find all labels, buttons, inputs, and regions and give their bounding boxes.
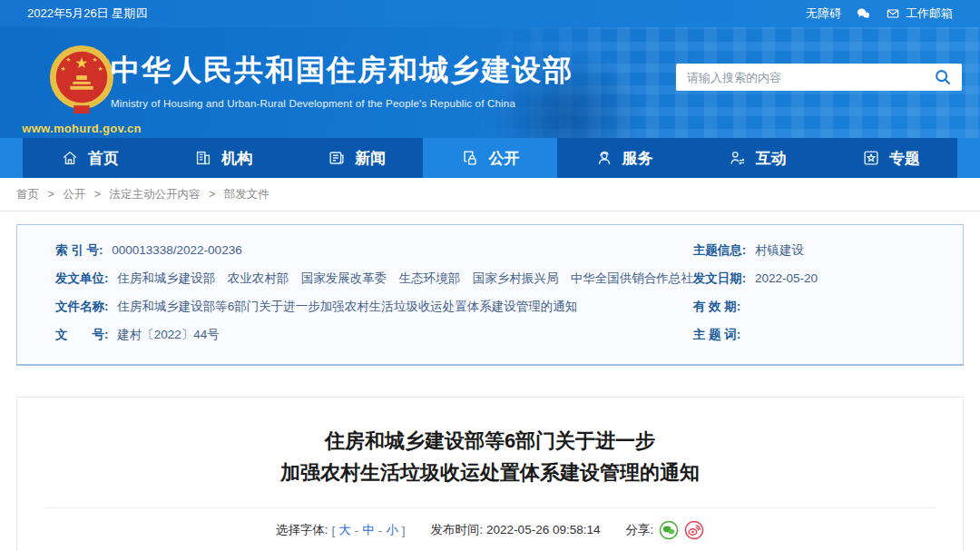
doc-file-name-row: 文件名称: 住房和城乡建设部等6部门关于进一步加强农村生活垃圾收运处置体系建设管… [55, 297, 693, 317]
doc-info-left-column: 索 引 号: 000013338/2022-00236 发文单位: 住房和城乡建… [17, 225, 693, 364]
share-weibo-icon[interactable] [684, 520, 704, 540]
doc-issue-date-row: 发文日期: 2022-05-20 [693, 269, 954, 289]
breadcrumb-separator: > [209, 188, 215, 201]
font-size-selector: 选择字体: [ 大 - 中 - 小 ] [276, 522, 406, 538]
doc-keywords-row: 主 题 词: [693, 325, 954, 345]
nav-item-disclosure[interactable]: 公开 [423, 138, 556, 178]
publish-time-group: 发布时间: 2022-05-26 09:58:14 [431, 522, 601, 538]
svg-text:★: ★ [75, 54, 89, 72]
accessibility-link[interactable]: 无障碍 [806, 5, 841, 22]
title-divider [44, 507, 936, 508]
article-meta-row: 选择字体: [ 大 - 中 - 小 ] 发布时间: 2022-05-26 09:… [17, 520, 963, 540]
nav-item-home[interactable]: 首页 [23, 138, 156, 178]
document-info-box: 索 引 号: 000013338/2022-00236 发文单位: 住房和城乡建… [16, 224, 964, 366]
doc-index-number-row: 索 引 号: 000013338/2022-00236 [55, 241, 693, 261]
site-title: 中华人民共和国住房和城乡建设部 [111, 51, 573, 91]
bracket-close: ] [402, 524, 406, 537]
site-title-block: 中华人民共和国住房和城乡建设部 Ministry of Housing and … [111, 51, 573, 109]
search-box [676, 64, 962, 91]
nav-item-interaction[interactable]: 互动 [691, 138, 824, 178]
breadcrumb-current: 部发文件 [224, 188, 270, 201]
wechat-bubbles-icon [854, 5, 872, 22]
breadcrumb-disclosure[interactable]: 公开 [63, 188, 85, 201]
publish-time-label: 发布时间: [431, 523, 484, 536]
primary-nav-inner: 首页 机构 新闻 [23, 138, 957, 178]
svg-text:★: ★ [93, 56, 98, 63]
svg-text:★: ★ [60, 65, 65, 72]
article-box: 住房和城乡建设部等6部门关于进一步 加强农村生活垃圾收运处置体系建设管理的通知 … [16, 397, 964, 551]
article-title-line1: 住房和城乡建设部等6部门关于进一步 [17, 425, 963, 457]
site-url: www.mohurd.gov.cn [18, 122, 145, 135]
share-wechat-icon[interactable] [659, 520, 679, 540]
doc-info-right-column: 主题信息: 村镇建设 发文日期: 2022-05-20 有 效 期: 主 题 词… [693, 225, 963, 364]
envelope-icon [885, 6, 901, 21]
document-lock-icon [460, 148, 480, 168]
svg-text:★: ★ [65, 56, 71, 63]
breadcrumb-separator: > [47, 188, 54, 201]
font-size-large[interactable]: 大 [338, 522, 351, 538]
search-input[interactable] [687, 71, 933, 84]
publish-time-value: 2022-05-26 09:58:14 [486, 523, 600, 536]
breadcrumb: 首页 > 公开 > 法定主动公开内容 > 部发文件 [0, 178, 980, 212]
service-agent-icon [594, 148, 614, 168]
breadcrumb-separator: > [94, 188, 101, 201]
article-title: 住房和城乡建设部等6部门关于进一步 加强农村生活垃圾收运处置体系建设管理的通知 [17, 425, 963, 488]
star-box-icon [861, 148, 881, 168]
font-size-medium[interactable]: 中 [362, 522, 375, 538]
font-size-small[interactable]: 小 [386, 522, 398, 538]
current-date: 2022年5月26日 星期四 [27, 5, 147, 22]
doc-issuing-units-row: 发文单位: 住房和城乡建设部 农业农村部 国家发展改革委 生态环境部 国家乡村振… [55, 269, 693, 289]
building-icon [193, 148, 213, 168]
newspaper-icon [327, 148, 347, 168]
page: 2022年5月26日 星期四 无障碍 [0, 0, 980, 551]
search-icon[interactable] [933, 67, 953, 87]
font-select-label: 选择字体: [276, 522, 328, 538]
nav-item-news[interactable]: 新闻 [289, 138, 423, 178]
home-icon [60, 148, 80, 168]
nav-item-organization[interactable]: 机构 [156, 138, 289, 178]
share-label: 分享: [625, 522, 653, 538]
national-emblem-icon: ★ ★ ★ ★ ★ [46, 42, 117, 120]
wechat-icon[interactable] [854, 5, 872, 22]
work-mailbox-link[interactable]: 工作邮箱 [885, 5, 953, 22]
nav-item-topics[interactable]: 专题 [824, 138, 957, 178]
topbar-links: 无障碍 工作 [806, 5, 953, 22]
primary-nav: 首页 机构 新闻 [0, 138, 980, 178]
dash: - [355, 524, 359, 537]
article-title-line2: 加强农村生活垃圾收运处置体系建设管理的通知 [17, 457, 963, 488]
breadcrumb-statutory-content[interactable]: 法定主动公开内容 [110, 188, 201, 201]
doc-topic-info-row: 主题信息: 村镇建设 [693, 241, 954, 261]
bracket-open: [ [332, 524, 336, 537]
person-arrows-icon [728, 148, 748, 168]
share-group: 分享: [625, 520, 704, 540]
doc-number-row: 文 号: 建村〔2022〕44号 [55, 325, 693, 345]
site-header: ★ ★ ★ ★ ★ www.mohurd.gov.cn 中华人民共和国住房和城乡… [0, 27, 980, 138]
site-subtitle: Ministry of Housing and Urban-Rural Deve… [111, 98, 573, 109]
svg-text:★: ★ [97, 65, 103, 72]
topbar: 2022年5月26日 星期四 无障碍 [0, 0, 980, 27]
dash: - [378, 524, 383, 537]
nav-item-services[interactable]: 服务 [557, 138, 691, 178]
doc-validity-row: 有 效 期: [693, 297, 954, 317]
breadcrumb-home[interactable]: 首页 [16, 188, 39, 201]
